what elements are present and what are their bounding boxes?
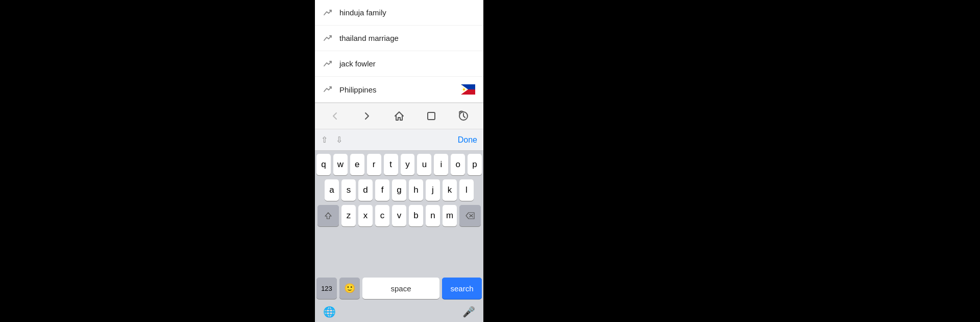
key-row-2: a s d f g h j k l <box>316 179 482 201</box>
key-q[interactable]: q <box>316 154 331 175</box>
backspace-icon <box>465 212 475 219</box>
suggestion-hinduja-family[interactable]: hinduja family <box>315 0 483 26</box>
key-j[interactable]: j <box>426 179 440 201</box>
history-button[interactable] <box>453 106 474 126</box>
suggestion-jack-fowler[interactable]: jack fowler <box>315 51 483 77</box>
done-button[interactable]: Done <box>458 135 477 145</box>
key-r[interactable]: r <box>367 154 381 175</box>
tabs-button[interactable] <box>421 106 442 126</box>
suggestion-thailand-marriage[interactable]: thailand marriage <box>315 26 483 51</box>
browser-nav-bar <box>315 103 483 129</box>
key-n[interactable]: n <box>426 205 440 226</box>
arrow-up-button[interactable]: ⇧ <box>321 135 328 145</box>
key-v[interactable]: v <box>392 205 406 226</box>
key-t[interactable]: t <box>384 154 398 175</box>
suggestion-text-jack: jack fowler <box>339 59 475 68</box>
key-h[interactable]: h <box>409 179 423 201</box>
extra-bottom-bar: 🌐 🎤 <box>315 302 483 322</box>
trend-icon-2 <box>323 33 333 43</box>
suggestion-text-thailand: thailand marriage <box>339 34 475 42</box>
keyboard: ⇧ ⇩ Done q w e r t y u i o p a <box>315 129 483 322</box>
forward-icon <box>362 111 372 121</box>
space-key[interactable]: space <box>362 278 439 299</box>
key-l[interactable]: l <box>459 179 474 201</box>
mic-icon[interactable]: 🎤 <box>462 306 475 318</box>
trend-icon-3 <box>323 59 333 69</box>
shift-icon <box>324 212 332 220</box>
search-key[interactable]: search <box>442 278 482 299</box>
key-row-1: q w e r t y u i o p <box>316 154 482 175</box>
key-o[interactable]: o <box>451 154 465 175</box>
key-x[interactable]: x <box>358 205 373 226</box>
key-i[interactable]: i <box>434 154 448 175</box>
key-f[interactable]: f <box>375 179 389 201</box>
key-row-3: z x c v b n m <box>316 205 482 226</box>
suggestion-text-philippines: Philippines <box>339 85 461 94</box>
history-icon <box>458 110 469 122</box>
autocomplete-arrows: ⇧ ⇩ <box>321 135 342 145</box>
key-z[interactable]: z <box>341 205 356 226</box>
key-rows: q w e r t y u i o p a s d f g h j k <box>315 151 483 275</box>
key-y[interactable]: y <box>401 154 415 175</box>
key-s[interactable]: s <box>341 179 356 201</box>
globe-icon[interactable]: 🌐 <box>323 306 336 318</box>
key-e[interactable]: e <box>350 154 364 175</box>
home-button[interactable] <box>389 106 409 126</box>
key-m[interactable]: m <box>443 205 457 226</box>
forward-button[interactable] <box>357 106 377 126</box>
key-p[interactable]: p <box>468 154 482 175</box>
suggestion-text-hinduja: hinduja family <box>339 8 475 17</box>
center-panel: hinduja family thailand marriage jack fo… <box>315 0 483 322</box>
bottom-row: 123 🙂 space search <box>315 275 483 302</box>
key-g[interactable]: g <box>392 179 406 201</box>
backspace-key[interactable] <box>459 205 481 226</box>
trend-icon <box>323 8 333 18</box>
key-a[interactable]: a <box>325 179 339 201</box>
philippines-flag-icon <box>461 84 475 95</box>
key-u[interactable]: u <box>417 154 431 175</box>
emoji-key[interactable]: 🙂 <box>339 278 360 299</box>
suggestions-dropdown: hinduja family thailand marriage jack fo… <box>315 0 483 103</box>
back-icon <box>330 111 340 121</box>
trend-icon-4 <box>323 84 333 95</box>
back-button[interactable] <box>325 106 345 126</box>
key-k[interactable]: k <box>443 179 457 201</box>
arrow-down-button[interactable]: ⇩ <box>336 135 342 145</box>
tabs-icon <box>426 110 437 122</box>
svg-point-4 <box>463 88 465 90</box>
num-key[interactable]: 123 <box>316 278 337 299</box>
home-icon <box>394 110 405 122</box>
key-w[interactable]: w <box>333 154 348 175</box>
key-c[interactable]: c <box>375 205 389 226</box>
key-d[interactable]: d <box>358 179 373 201</box>
key-b[interactable]: b <box>409 205 423 226</box>
shift-key[interactable] <box>317 205 339 226</box>
suggestion-philippines[interactable]: Philippines <box>315 77 483 102</box>
svg-rect-14 <box>428 112 435 120</box>
autocomplete-bar: ⇧ ⇩ Done <box>315 129 483 151</box>
